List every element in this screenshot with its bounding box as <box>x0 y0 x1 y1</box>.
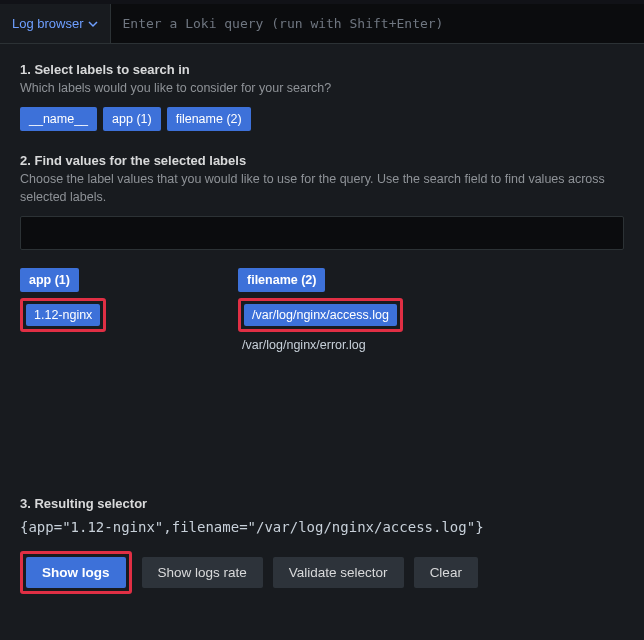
label-chip-name[interactable]: __name__ <box>20 107 97 131</box>
highlight-show-logs: Show logs <box>20 551 132 594</box>
label-chip-filename[interactable]: filename (2) <box>167 107 251 131</box>
log-browser-label: Log browser <box>12 16 84 31</box>
values-search-input[interactable] <box>20 216 624 250</box>
label-chip-app[interactable]: app (1) <box>103 107 161 131</box>
step2-title: 2. Find values for the selected labels <box>20 153 624 168</box>
highlight-app-value: 1.12-nginx <box>20 298 106 332</box>
step2-desc: Choose the label values that you would l… <box>20 170 624 206</box>
col-header-app[interactable]: app (1) <box>20 268 79 292</box>
label-chip-row: __name__ app (1) filename (2) <box>20 107 624 131</box>
log-browser-panel: 1. Select labels to search in Which labe… <box>0 44 644 640</box>
step1-desc: Which labels would you like to consider … <box>20 79 624 97</box>
step1-title: 1. Select labels to search in <box>20 62 624 77</box>
action-row: Show logs Show logs rate Validate select… <box>20 551 624 594</box>
loki-query-input[interactable] <box>111 4 644 43</box>
values-col-app: app (1) 1.12-nginx <box>20 268 220 468</box>
step3-title: 3. Resulting selector <box>20 496 624 511</box>
clear-button[interactable]: Clear <box>414 557 478 588</box>
value-app-selected[interactable]: 1.12-nginx <box>26 304 100 326</box>
value-filename-selected[interactable]: /var/log/nginx/access.log <box>244 304 397 326</box>
validate-selector-button[interactable]: Validate selector <box>273 557 404 588</box>
show-logs-button[interactable]: Show logs <box>26 557 126 588</box>
resulting-selector: {app="1.12-nginx",filename="/var/log/ngi… <box>20 519 624 535</box>
values-columns: app (1) 1.12-nginx filename (2) /var/log… <box>20 268 624 468</box>
col-header-filename[interactable]: filename (2) <box>238 268 325 292</box>
values-col-filename: filename (2) /var/log/nginx/access.log /… <box>238 268 438 468</box>
log-browser-toggle[interactable]: Log browser <box>0 4 111 43</box>
show-logs-rate-button[interactable]: Show logs rate <box>142 557 263 588</box>
query-topbar: Log browser <box>0 4 644 44</box>
value-filename-other[interactable]: /var/log/nginx/error.log <box>238 332 438 356</box>
highlight-filename-value: /var/log/nginx/access.log <box>238 298 403 332</box>
chevron-down-icon <box>88 19 98 29</box>
